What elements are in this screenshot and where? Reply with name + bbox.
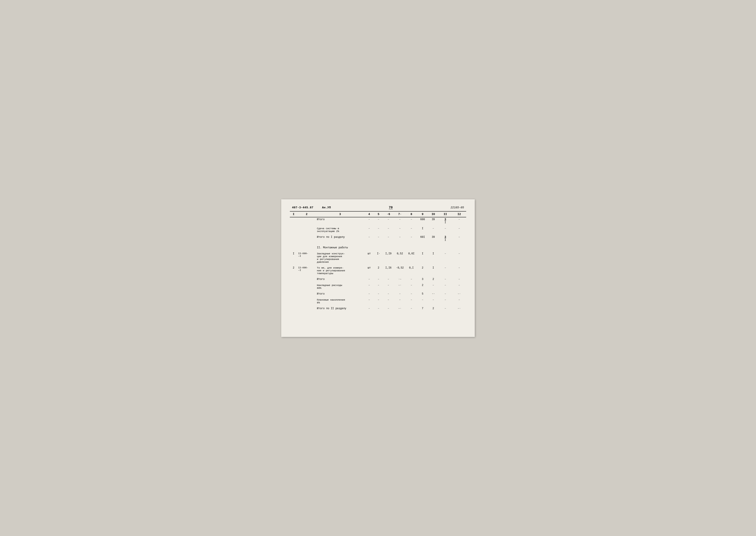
table-row: Итого – – – – – 5 ·· – –· [290, 292, 466, 296]
cell: Закладные конструк-ции для измеренияи ре… [316, 251, 364, 264]
cell: – [374, 277, 383, 282]
cell: – [374, 292, 383, 296]
cell: – [364, 235, 374, 242]
cell [297, 283, 316, 290]
cell: – [439, 266, 452, 275]
cell: – [394, 292, 406, 296]
cell: – [374, 217, 383, 225]
cell [290, 235, 297, 242]
cell: I2-699-–I [297, 251, 316, 264]
cell: – [383, 226, 394, 233]
spacer-row [290, 290, 466, 292]
document-page: 407-3-445.87 Ан.УП 70 22165-05 I 2 3 4 5… [281, 199, 475, 337]
cell: 0,52 [394, 251, 406, 264]
cell: I [417, 226, 428, 233]
cell: – [406, 298, 417, 305]
cell: – [364, 226, 374, 233]
spacer-row [290, 282, 466, 283]
cell: 60I [417, 235, 428, 242]
cell: 7 [417, 306, 428, 311]
cell: Накладные расходы80% [316, 283, 364, 290]
cell: – [374, 298, 383, 305]
cell: – [394, 217, 406, 225]
cell [364, 244, 466, 250]
cell: 2 [428, 277, 439, 282]
column-headers: I 2 3 4 5 ·6 7· 8 9 IO II I2 [290, 211, 466, 217]
cell: – [439, 277, 452, 282]
cell [297, 217, 316, 225]
cell: – [452, 251, 466, 264]
col-header-11: II [439, 211, 452, 217]
cell: – [383, 292, 394, 296]
section-header-row: II. Монтажные работы [290, 244, 466, 250]
table-row: I I2-699-–I Закладные конструк-ции для и… [290, 251, 466, 264]
cell: – [394, 298, 406, 305]
spacer-row [290, 250, 466, 251]
cell: ·– [394, 277, 406, 282]
cell: – [406, 283, 417, 290]
doc-number: 407-3-445.87 [292, 206, 313, 209]
cell: I2-698-–I [297, 266, 316, 275]
cell: 39 [428, 235, 439, 242]
col-header-5: 5 [374, 211, 383, 217]
cell: 5 [417, 292, 428, 296]
cell [290, 217, 297, 225]
col-header-3: 3 [316, 211, 364, 217]
cell: – [406, 235, 417, 242]
col-header-1: I [290, 211, 297, 217]
cell: То же, для измере-ния и регулированиятем… [316, 266, 364, 275]
cell: – [452, 235, 466, 242]
cell: – [394, 235, 406, 242]
cell: 3 [417, 277, 428, 282]
page-number: 70 [389, 206, 393, 209]
cell: – [364, 283, 374, 290]
header-left: 407-3-445.87 Ан.УП [292, 206, 331, 209]
cell [297, 306, 316, 311]
cell [290, 298, 297, 305]
cell: – [406, 217, 417, 225]
spacer-row [290, 242, 466, 244]
section-title: II. Монтажные работы [316, 244, 364, 250]
cell: 2 [417, 266, 428, 275]
col-header-4: 4 [364, 211, 374, 217]
cell: – [452, 298, 466, 305]
sheet-type: Ан.УП [322, 206, 331, 209]
col-header-2: 2 [297, 211, 316, 217]
cell: Плановые накопления8% [316, 298, 364, 305]
col-header-10: IO [428, 211, 439, 217]
page-header: 407-3-445.87 Ан.УП 70 22165-05 [290, 206, 466, 209]
cell: ·· [428, 292, 439, 296]
cell: 2 [417, 283, 428, 290]
cell [297, 226, 316, 233]
cell: Итого по I разделу [316, 235, 364, 242]
cell: Итого [316, 217, 364, 225]
table-row: Плановые накопления8% – – – – – – – – – [290, 298, 466, 305]
table-row: Итого по I разделу – – – – – 60I 39 3 I … [290, 235, 466, 242]
spacer-row [290, 296, 466, 298]
col-header-9: 9 [417, 211, 428, 217]
cell: – [383, 306, 394, 311]
cell: – [439, 251, 452, 264]
cell: – [439, 226, 452, 233]
cell: – [428, 283, 439, 290]
cell: – [394, 226, 406, 233]
cell [290, 292, 297, 296]
cell: 3 I [439, 235, 452, 242]
cell: 3 I [439, 217, 452, 225]
cell: – [406, 292, 417, 296]
cell: – [452, 217, 466, 225]
cell: – [406, 277, 417, 282]
spacer-row [290, 275, 466, 277]
cell: – [452, 266, 466, 275]
main-table: I 2 3 4 5 ·6 7· 8 9 IO II I2 Итого – – [290, 211, 466, 311]
cell [297, 235, 316, 242]
cell: I· [374, 251, 383, 264]
cell [290, 244, 297, 250]
table-row: 2 I2-698-–I То же, для измере-ния и регу… [290, 266, 466, 275]
cell [297, 244, 316, 250]
cell: 2 [374, 266, 383, 275]
cell: –· [394, 283, 406, 290]
cell: – [439, 298, 452, 305]
cell: 2 [428, 306, 439, 311]
cell [297, 277, 316, 282]
